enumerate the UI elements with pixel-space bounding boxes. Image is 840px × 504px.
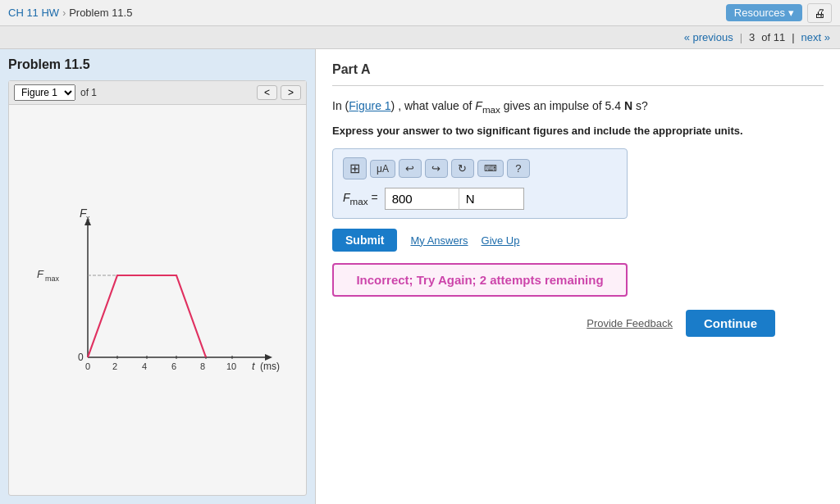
refresh-button[interactable]: ↻ xyxy=(451,159,474,178)
help-button[interactable]: ? xyxy=(507,159,530,178)
svg-text:(ms): (ms) xyxy=(260,361,280,372)
svg-text:0: 0 xyxy=(85,361,90,371)
pagination-of-label: of 11 xyxy=(761,31,785,43)
svg-text:6: 6 xyxy=(171,361,176,371)
svg-text:4: 4 xyxy=(142,361,147,371)
answer-input-row: Fmax = xyxy=(343,188,617,210)
answer-value-input[interactable] xyxy=(385,188,459,210)
figure-nav: < > xyxy=(257,85,301,100)
svg-text:2: 2 xyxy=(112,361,117,371)
svg-text:10: 10 xyxy=(226,361,236,371)
figure-of-label: of 1 xyxy=(80,87,97,98)
main-layout: Problem 11.5 Figure 1 of 1 < > xyxy=(0,49,840,504)
svg-text:x: x xyxy=(86,214,90,222)
figure-container: Figure 1 of 1 < > xyxy=(8,80,307,496)
figure-next-button[interactable]: > xyxy=(281,85,301,100)
breadcrumb-area: CH 11 HW › Problem 11.5 xyxy=(8,7,132,19)
svg-text:t: t xyxy=(252,360,256,372)
svg-marker-3 xyxy=(265,354,272,361)
svg-text:0: 0 xyxy=(78,352,84,363)
answer-input-box: ⊞ μA ↩ ↪ ↻ ⌨ ? Fmax = xyxy=(332,148,628,219)
pagination-current: 3 xyxy=(749,31,755,43)
fmax-label: Fmax = xyxy=(343,191,378,207)
submit-row: Submit My Answers Give Up xyxy=(332,229,824,252)
left-panel: Problem 11.5 Figure 1 of 1 < > xyxy=(0,49,316,504)
question-text: In (Figure 1) , what value of Fmax gives… xyxy=(332,98,824,116)
breadcrumb-problem-label: Problem 11.5 xyxy=(69,7,132,19)
pagination-separator2: | xyxy=(792,31,794,43)
previous-link[interactable]: « previous xyxy=(684,31,733,43)
mu-button[interactable]: μA xyxy=(370,160,395,178)
give-up-link[interactable]: Give Up xyxy=(482,234,520,247)
part-a-label: Part A xyxy=(332,62,371,76)
svg-text:F: F xyxy=(37,268,44,280)
figure-1-link[interactable]: Figure 1 xyxy=(349,99,390,112)
pagination-separator: | xyxy=(740,31,742,43)
bottom-action-row: Provide Feedback Continue xyxy=(332,310,775,337)
breadcrumb-ch11-link[interactable]: CH 11 HW xyxy=(8,7,59,19)
figure-graph: F x t (ms) F max 0 0 2 4 xyxy=(30,206,285,394)
print-button[interactable]: 🖨 xyxy=(807,3,832,23)
problem-title: Problem 11.5 xyxy=(8,57,307,72)
figure-select[interactable]: Figure 1 xyxy=(14,84,75,101)
grid-button[interactable]: ⊞ xyxy=(343,157,367,179)
svg-text:max: max xyxy=(45,275,60,283)
express-instructions: Express your answer to two significant f… xyxy=(332,125,824,137)
provide-feedback-link[interactable]: Provide Feedback xyxy=(587,317,673,329)
svg-text:8: 8 xyxy=(200,361,205,371)
resources-button[interactable]: Resources ▾ xyxy=(726,4,802,21)
my-answers-link[interactable]: My Answers xyxy=(410,234,468,247)
answer-unit-input[interactable] xyxy=(459,188,524,210)
figure-prev-button[interactable]: < xyxy=(257,85,277,100)
incorrect-banner: Incorrect; Try Again; 2 attempts remaini… xyxy=(332,263,628,297)
top-nav-right: Resources ▾ 🖨 xyxy=(726,3,832,23)
breadcrumb-separator: › xyxy=(62,7,66,19)
formula-toolbar: ⊞ μA ↩ ↪ ↻ ⌨ ? xyxy=(343,157,617,179)
figure-header: Figure 1 of 1 < > xyxy=(9,81,306,105)
top-nav-bar: CH 11 HW › Problem 11.5 Resources ▾ 🖨 xyxy=(0,0,840,26)
figure-graph-area: F x t (ms) F max 0 0 2 4 xyxy=(9,105,306,495)
continue-button[interactable]: Continue xyxy=(686,310,775,337)
undo-button[interactable]: ↩ xyxy=(399,159,422,178)
redo-button[interactable]: ↪ xyxy=(425,159,448,178)
pagination-bar: « previous | 3 of 11 | next » xyxy=(0,26,840,49)
next-link[interactable]: next » xyxy=(801,31,830,43)
submit-button[interactable]: Submit xyxy=(332,229,397,252)
keyboard-button[interactable]: ⌨ xyxy=(477,160,504,177)
right-panel: Part A In (Figure 1) , what value of Fma… xyxy=(316,49,840,504)
